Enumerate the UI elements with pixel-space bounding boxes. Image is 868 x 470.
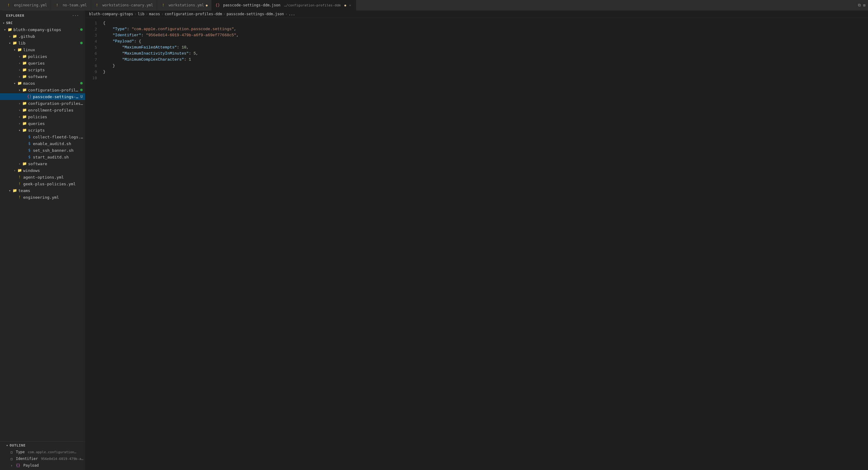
outline-type-label: Type (16, 450, 25, 454)
sidebar-item-scripts-macos[interactable]: ▾ 📁 scripts (0, 127, 85, 134)
sidebar-item-queries-macos[interactable]: › 📁 queries (0, 120, 85, 127)
sidebar-item-set-ssh-banner[interactable]: › $ set_ssh_banner.sh (0, 147, 85, 154)
shell-icon: $ (27, 135, 32, 139)
outline-title: OUTLINE (10, 443, 26, 447)
sidebar-item-scripts-linux[interactable]: › 📁 scripts (0, 66, 85, 73)
sidebar-item-config-profiles-ddm[interactable]: ▾ 📁 configuration-profiles-ddm (0, 87, 85, 93)
json-file-icon: {} (27, 95, 32, 99)
arrow-down-icon: ▾ (6, 443, 8, 447)
sidebar-item-enable-auditd[interactable]: › $ enable_auditd.sh (0, 140, 85, 147)
folder-icon: 📁 (7, 27, 12, 32)
code-line: "Type": "com.apple.configuration.passcod… (103, 26, 868, 32)
outline-item-type[interactable]: □ Type com.apple.configuration.passcode.… (0, 449, 85, 456)
git-status-badge (80, 42, 83, 44)
teams-label: teams (18, 188, 85, 193)
config-profiles-ddm-label: configuration-profiles-ddm (28, 88, 80, 92)
sidebar-item-start-auditd[interactable]: › $ start_auditd.sh (0, 154, 85, 160)
sidebar-item-lib[interactable]: ▾ 📁 lib (0, 40, 85, 46)
geek-plus-label: geek-plus-policies.yml (23, 182, 85, 186)
breadcrumb-config-profiles[interactable]: configuration-profiles-ddm (165, 12, 222, 16)
tab-workstations-canary[interactable]: ! workstations-canary.yml (91, 0, 157, 11)
sidebar-item-passcode-settings[interactable]: › {} passcode-settings-ddm.json U (0, 93, 85, 100)
policies-label: policies (28, 54, 85, 59)
outline-identifier-value: 956e0d14-6019-479b-a6f9-a69ef7... (41, 457, 85, 461)
sidebar-item-policies-linux[interactable]: › 📁 policies (0, 53, 85, 60)
breadcrumb-more[interactable]: ... (288, 12, 295, 16)
folder-icon: 📁 (22, 74, 27, 79)
code-line: "MaximumFailedAttempts": 10, (103, 44, 868, 51)
git-status-badge (80, 89, 83, 91)
code-line: { (103, 20, 868, 26)
queries-macos-label: queries (28, 121, 85, 126)
folder-icon: 📁 (17, 168, 22, 172)
arrow-right-icon: › (17, 62, 22, 65)
sidebar-item-root[interactable]: ▾ 📁 bluth-company-gitops (0, 26, 85, 33)
folder-icon: 📁 (22, 101, 27, 105)
sidebar-item-software-linux[interactable]: › 📁 software (0, 73, 85, 80)
arrow-right-icon: › (12, 169, 17, 172)
tab-label: no-team.yml (63, 3, 87, 7)
config-profiles-trad-label: configuration-profiles-traditional (28, 101, 85, 106)
folder-icon: 📁 (22, 88, 27, 92)
explorer-more-button[interactable]: ··· (69, 14, 82, 18)
json-key: "MinimumComplexCharacters" (103, 57, 184, 63)
arrow-right-icon: › (17, 115, 22, 119)
sidebar-item-queries-linux[interactable]: › 📁 queries (0, 60, 85, 66)
tab-label: engineering.yml (14, 3, 47, 7)
folder-icon: 📁 (22, 61, 27, 65)
breadcrumb-gitops[interactable]: bluth-company-gitops (89, 12, 133, 16)
sidebar-item-windows[interactable]: › 📁 windows (0, 167, 85, 174)
sidebar-item-policies-macos[interactable]: › 📁 policies (0, 113, 85, 120)
tab-engineering[interactable]: ! engineering.yml (2, 0, 51, 11)
sidebar-item-src[interactable]: ▾ SRC (0, 20, 85, 26)
sidebar-item-enrollment-profiles[interactable]: › 📁 enrollment-profiles (0, 107, 85, 113)
sidebar-item-linux[interactable]: ▾ 📁 linux (0, 46, 85, 53)
warn-icon: ! (17, 182, 22, 186)
layout-icon[interactable]: ⊞ (863, 3, 866, 8)
agent-options-label: agent-options.yml (23, 175, 85, 179)
tab-close-button[interactable]: × (348, 3, 352, 7)
sidebar-item-teams[interactable]: ▾ 📁 teams (0, 187, 85, 194)
github-label: .github (18, 34, 85, 39)
title-bar: ! engineering.yml ! no-team.yml ! workst… (0, 0, 868, 11)
tab-modified-dot: ● (344, 4, 346, 7)
sidebar-item-geek-plus[interactable]: › ! geek-plus-policies.yml (0, 180, 85, 187)
software-linux-label: software (28, 74, 85, 79)
tab-label: workstations-canary.yml (102, 3, 153, 7)
json-punctuation: , (186, 44, 189, 51)
json-brace: { (139, 38, 141, 44)
code-line: "MinimumComplexCharacters": 1 (103, 57, 868, 63)
git-status-badge (80, 28, 83, 31)
sidebar-item-config-profiles-trad[interactable]: › 📁 configuration-profiles-traditional (0, 100, 85, 107)
warn-icon: ! (55, 3, 60, 7)
root-label: bluth-company-gitops (13, 27, 80, 32)
code-line: "Payload": { (103, 38, 868, 44)
outline-header[interactable]: ▾ OUTLINE (0, 442, 85, 449)
collect-fleetd-label: collect-fleetd-logs.sh (33, 135, 85, 139)
folder-icon: 📁 (17, 47, 22, 52)
code-editor[interactable]: { "Type": "com.apple.configuration.passc… (101, 18, 868, 470)
breadcrumb-macos[interactable]: macos (149, 12, 160, 16)
arrow-down-icon: ▾ (17, 89, 22, 92)
tab-workstations[interactable]: ! workstations.yml ● (157, 0, 212, 11)
sidebar-item-collect-fleetd[interactable]: › $ collect-fleetd-logs.sh (0, 134, 85, 140)
breadcrumb-file[interactable]: passcode-settings-ddm.json (227, 12, 284, 16)
sidebar-item-macos[interactable]: ▾ 📁 macos (0, 80, 85, 87)
outline-item-payload[interactable]: › {} Payload (0, 462, 85, 469)
outline-item-identifier[interactable]: □ Identifier 956e0d14-6019-479b-a6f9-a69… (0, 456, 85, 462)
sidebar-item-agent-options[interactable]: › ! agent-options.yml (0, 174, 85, 180)
breadcrumb-lib[interactable]: lib (138, 12, 145, 16)
tab-no-team[interactable]: ! no-team.yml (51, 0, 91, 11)
arrow-icon: □ (9, 457, 14, 461)
code-line: "Identifier": "956e0d14-6019-479b-a6f9-a… (103, 32, 868, 38)
sidebar-item-github[interactable]: › 📁 .github (0, 33, 85, 40)
tab-label: workstations.yml (169, 3, 204, 7)
split-editor-icon[interactable]: ⧉ (858, 3, 861, 8)
sidebar-item-engineering-teams[interactable]: › ! engineering.yml (0, 194, 85, 201)
title-bar-actions: ⧉ ⊞ (858, 3, 866, 8)
json-punctuation: , (196, 51, 198, 57)
folder-icon: 📁 (22, 54, 27, 59)
sidebar-item-software-macos[interactable]: › 📁 software (0, 160, 85, 167)
tab-passcode-settings[interactable]: {} passcode-settings-ddm.json …/configur… (212, 0, 356, 11)
code-line (103, 75, 868, 81)
